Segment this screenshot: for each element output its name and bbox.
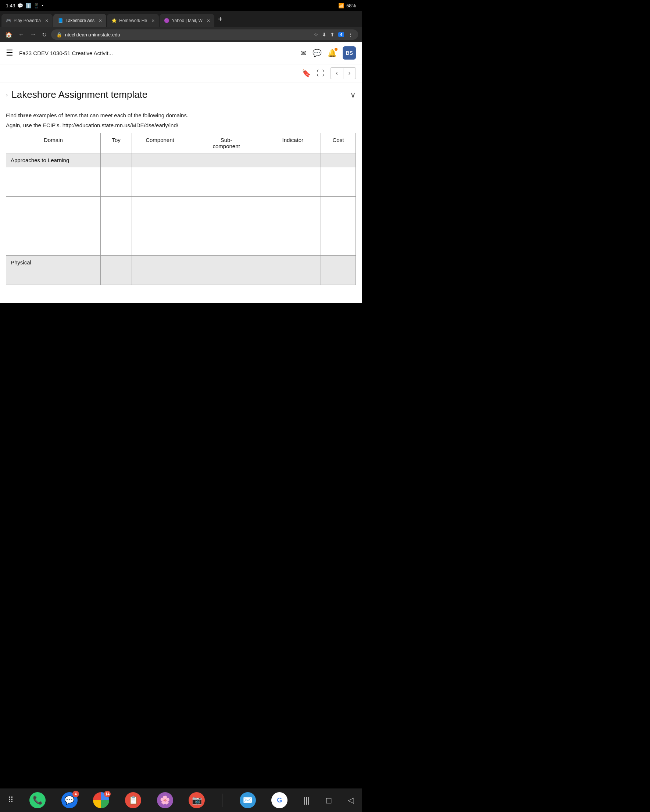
home-button[interactable]: 🏠 xyxy=(4,30,14,40)
device-icon: 📱 xyxy=(34,3,39,8)
star-icon[interactable]: ☆ xyxy=(314,32,318,38)
address-bar-row: 🏠 ← → ↻ 🔒 ntech.learn.minnstate.edu ☆ ⬇ … xyxy=(0,27,362,42)
cell-toy-5 xyxy=(101,256,132,285)
header-subcomponent: Sub-component xyxy=(188,133,265,153)
table-row: Approaches to Learning xyxy=(6,153,356,167)
share-icon[interactable]: ⬆ xyxy=(330,32,334,38)
status-time: 1:43 xyxy=(6,3,15,8)
status-time-area: 1:43 💬 ℹ️ 📱 • xyxy=(6,3,43,8)
dot-indicator: • xyxy=(41,3,43,8)
url-text: ntech.learn.minnstate.edu xyxy=(65,32,120,38)
cell-domain-2 xyxy=(6,167,101,197)
table-row xyxy=(6,197,356,226)
tab-count-badge[interactable]: 4 xyxy=(338,32,344,37)
tab-label-3: Homework He xyxy=(119,18,147,23)
notification-container: 🔔 xyxy=(328,49,337,57)
new-tab-button[interactable]: + xyxy=(215,15,225,23)
cell-subcomponent-3 xyxy=(188,197,265,226)
tab-label-4: Yahoo | Mail, W xyxy=(172,18,203,23)
email-icon[interactable]: ✉ xyxy=(301,49,307,57)
bookmark-icon[interactable]: 🔖 xyxy=(302,69,311,78)
cell-indicator-1 xyxy=(265,153,320,167)
doc-title-chevron[interactable]: ∨ xyxy=(350,90,356,100)
cell-component-4 xyxy=(132,226,188,256)
tab-homework[interactable]: ⭐ Homework He × xyxy=(107,14,159,27)
doc-title: Lakeshore Assignment template xyxy=(11,89,346,101)
browser-chrome: 🎮 Play Powerba × 📘 Lakeshore Ass × ⭐ Hom… xyxy=(0,11,362,42)
tab-close-1[interactable]: × xyxy=(43,18,48,23)
table-row: Physical xyxy=(6,256,356,285)
tab-icon-4: 🟣 xyxy=(164,18,169,23)
prev-button[interactable]: ‹ xyxy=(330,67,343,79)
nav-arrows: ‹ › xyxy=(330,67,356,79)
tab-label-2: Lakeshore Ass xyxy=(66,18,95,23)
tab-icon-1: 🎮 xyxy=(6,18,11,23)
cell-domain-4 xyxy=(6,226,101,256)
download-icon[interactable]: ⬇ xyxy=(322,32,327,38)
instructions-bold: three xyxy=(18,112,32,118)
chat-icon[interactable]: 💬 xyxy=(313,49,322,57)
header-cost: Cost xyxy=(320,133,356,153)
back-button[interactable]: ← xyxy=(17,30,26,39)
tab-icon-2: 📘 xyxy=(58,18,63,23)
tab-close-3[interactable]: × xyxy=(149,18,154,23)
page-header: ☰ Fa23 CDEV 1030-51 Creative Activit... … xyxy=(0,42,362,64)
notification-dot xyxy=(334,48,337,51)
tab-play-powerba[interactable]: 🎮 Play Powerba × xyxy=(2,14,53,27)
tab-close-4[interactable]: × xyxy=(205,18,210,23)
cell-cost-2 xyxy=(320,167,356,197)
left-arrow-indicator: › xyxy=(6,92,8,98)
address-bar[interactable]: 🔒 ntech.learn.minnstate.edu ☆ ⬇ ⬆ 4 ⋮ xyxy=(51,29,358,40)
header-component: Component xyxy=(132,133,188,153)
table-header-row: Domain Toy Component Sub-component Indic… xyxy=(6,133,356,153)
cell-component-5 xyxy=(132,256,188,285)
status-bar: 1:43 💬 ℹ️ 📱 • 📶 58% xyxy=(0,0,362,11)
tab-close-2[interactable]: × xyxy=(97,18,102,23)
cell-subcomponent-1 xyxy=(188,153,265,167)
instructions-text: Find three examples of items that can me… xyxy=(6,111,356,120)
header-icons: ✉ 💬 🔔 BS xyxy=(301,46,356,60)
cell-domain-3 xyxy=(6,197,101,226)
battery-text: 58% xyxy=(346,3,356,8)
tab-bar: 🎮 Play Powerba × 📘 Lakeshore Ass × ⭐ Hom… xyxy=(0,11,362,27)
status-system-icons: 📶 58% xyxy=(338,3,356,8)
table-row xyxy=(6,226,356,256)
tab-lakeshore[interactable]: 📘 Lakeshore Ass × xyxy=(53,14,106,27)
instructions-link: Again, use the ECIP's. http://education.… xyxy=(6,122,356,128)
forward-button[interactable]: → xyxy=(29,30,38,39)
toolbar-row: 🔖 ⛶ ‹ › xyxy=(0,64,362,82)
wifi-icon: 📶 xyxy=(338,3,344,8)
main-content: › Lakeshore Assignment template ∨ Find t… xyxy=(0,82,362,303)
cell-indicator-5 xyxy=(265,256,320,285)
cell-toy-2 xyxy=(101,167,132,197)
cell-subcomponent-4 xyxy=(188,226,265,256)
cell-domain-1: Approaches to Learning xyxy=(6,153,101,167)
cell-component-1 xyxy=(132,153,188,167)
page-title: Fa23 CDEV 1030-51 Creative Activit... xyxy=(19,50,294,56)
cell-subcomponent-2 xyxy=(188,167,265,197)
cell-indicator-2 xyxy=(265,167,320,197)
cell-subcomponent-5 xyxy=(188,256,265,285)
avatar[interactable]: BS xyxy=(343,46,356,60)
hamburger-menu[interactable]: ☰ xyxy=(6,48,13,58)
cell-domain-5: Physical xyxy=(6,256,101,285)
tab-yahoo[interactable]: 🟣 Yahoo | Mail, W × xyxy=(160,14,214,27)
cell-cost-5 xyxy=(320,256,356,285)
cell-indicator-3 xyxy=(265,197,320,226)
cell-cost-3 xyxy=(320,197,356,226)
cell-component-2 xyxy=(132,167,188,197)
fullscreen-icon[interactable]: ⛶ xyxy=(317,69,324,78)
cell-toy-1 xyxy=(101,153,132,167)
next-button[interactable]: › xyxy=(343,67,356,79)
reload-button[interactable]: ↻ xyxy=(40,30,48,40)
address-bar-actions: ☆ ⬇ ⬆ 4 ⋮ xyxy=(314,32,353,38)
message-icon: 💬 xyxy=(17,3,23,8)
lock-icon: 🔒 xyxy=(56,32,62,38)
cell-cost-1 xyxy=(320,153,356,167)
header-domain: Domain xyxy=(6,133,101,153)
doc-title-bar: › Lakeshore Assignment template ∨ xyxy=(6,82,356,105)
menu-icon[interactable]: ⋮ xyxy=(348,32,353,38)
tab-label-1: Play Powerba xyxy=(14,18,41,23)
cell-toy-3 xyxy=(101,197,132,226)
header-indicator: Indicator xyxy=(265,133,320,153)
